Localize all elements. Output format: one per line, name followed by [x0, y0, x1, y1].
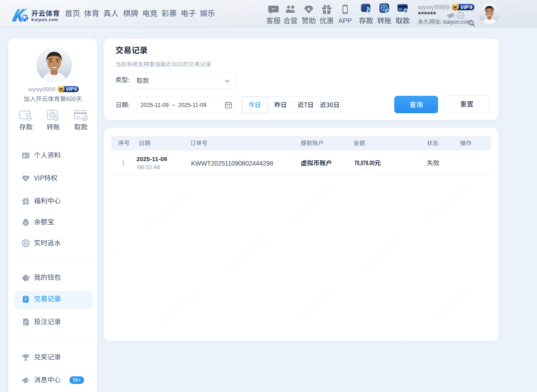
- svg-text:VIP: VIP: [460, 4, 469, 10]
- svg-text:9: 9: [74, 86, 77, 92]
- svg-text:9: 9: [469, 4, 472, 10]
- svg-text:VIP: VIP: [66, 86, 74, 92]
- svg-text:Kaiyun.com: Kaiyun.com: [31, 17, 58, 22]
